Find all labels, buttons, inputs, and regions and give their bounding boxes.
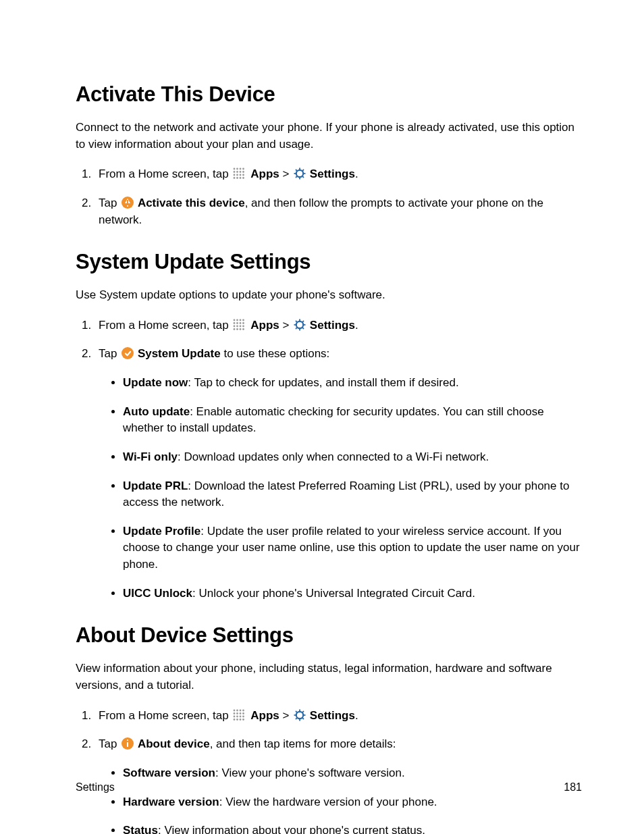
svg-point-3 (243, 168, 245, 170)
section-intro: Use System update options to update your… (76, 287, 582, 304)
svg-point-9 (237, 174, 239, 176)
svg-line-49 (302, 321, 304, 322)
svg-point-4 (234, 171, 236, 173)
svg-line-47 (302, 328, 304, 329)
separator: > (282, 319, 292, 332)
step-suffix: . (355, 167, 358, 180)
svg-point-61 (243, 715, 245, 717)
section-about-device-settings: About Device Settings View information a… (76, 621, 582, 834)
bullet-bold: Auto update (123, 405, 190, 418)
svg-point-37 (234, 328, 236, 330)
svg-point-55 (237, 712, 239, 714)
bullet-bold: Update now (123, 376, 188, 389)
activate-this-device-label: Activate this device (138, 197, 245, 209)
svg-point-2 (240, 168, 242, 170)
svg-point-15 (243, 177, 245, 179)
svg-point-56 (240, 712, 242, 714)
step-tap: Tap (99, 197, 120, 209)
svg-point-5 (237, 171, 239, 173)
svg-point-29 (234, 322, 236, 324)
list-item: Hardware version: View the hardware vers… (123, 794, 582, 811)
apps-label: Apps (250, 167, 279, 180)
step-item: From a Home screen, tap Apps > (95, 166, 582, 183)
svg-point-62 (234, 719, 236, 721)
svg-line-71 (296, 711, 297, 712)
separator: > (282, 709, 292, 722)
step-text: From a Home screen, tap (99, 319, 229, 332)
step-item: Tap Activate this device, and then follo… (95, 195, 582, 228)
svg-point-58 (234, 715, 236, 717)
bullets-list: Update now: Tap to check for updates, an… (99, 375, 582, 602)
bullet-text: : Unlock your phone's Universal Integrat… (192, 587, 475, 600)
svg-point-30 (237, 322, 239, 324)
svg-point-7 (243, 171, 245, 173)
svg-line-23 (296, 176, 297, 178)
bullet-text: : View your phone's software version. (215, 766, 405, 779)
update-check-icon (122, 347, 134, 359)
svg-point-12 (234, 177, 236, 179)
alert-exclamation-icon (122, 197, 134, 209)
step-item: From a Home screen, tap Apps > (95, 317, 582, 334)
list-item: Update Profile: Update the user profile … (123, 523, 582, 573)
svg-point-0 (234, 168, 236, 170)
bullet-text: : Tap to check for updates, and install … (188, 376, 458, 389)
apps-grid-icon (233, 709, 246, 721)
bullet-bold: Update PRL (123, 479, 188, 492)
section-intro: Connect to the network and activate your… (76, 120, 582, 153)
svg-point-41 (296, 321, 303, 328)
about-device-label: About device (138, 737, 210, 750)
footer-page-number: 181 (564, 779, 582, 795)
svg-point-54 (234, 712, 236, 714)
list-item: Update PRL: Download the latest Preferre… (123, 478, 582, 511)
step-text: From a Home screen, tap (99, 709, 229, 722)
svg-point-66 (296, 711, 303, 718)
svg-line-21 (296, 170, 297, 171)
svg-point-14 (240, 177, 242, 179)
page-footer: Settings 181 (76, 779, 582, 795)
settings-label: Settings (310, 319, 355, 332)
svg-point-36 (243, 325, 245, 327)
document-page: Activate This Device Connect to the netw… (0, 0, 644, 834)
settings-label: Settings (310, 709, 355, 722)
bullet-text: : View information about your phone's cu… (158, 824, 425, 834)
settings-label: Settings (310, 167, 355, 180)
svg-point-1 (237, 168, 239, 170)
svg-line-72 (302, 718, 304, 719)
svg-point-52 (240, 709, 242, 711)
svg-line-22 (302, 176, 304, 178)
info-icon (122, 737, 134, 750)
svg-point-57 (243, 712, 245, 714)
svg-point-25 (234, 319, 236, 321)
bullet-bold: UICC Unlock (123, 587, 192, 600)
list-item: Auto update: Enable automatic checking f… (123, 404, 582, 437)
svg-point-13 (237, 177, 239, 179)
system-update-label: System Update (138, 347, 221, 360)
bullet-bold: Hardware version (123, 796, 219, 808)
apps-label: Apps (250, 709, 279, 722)
section-intro: View information about your phone, inclu… (76, 660, 582, 694)
svg-line-74 (302, 711, 304, 712)
svg-point-8 (234, 174, 236, 176)
step-after: , and then tap items for more details: (210, 737, 396, 750)
svg-point-53 (243, 709, 245, 711)
svg-point-27 (240, 319, 242, 321)
svg-point-59 (237, 715, 239, 717)
apps-grid-icon (233, 167, 246, 180)
list-item: Update now: Tap to check for updates, an… (123, 375, 582, 392)
step-suffix: . (355, 319, 358, 332)
step-suffix: . (355, 709, 358, 722)
bullet-text: : Download the latest Preferred Roaming … (123, 479, 569, 509)
svg-point-11 (243, 174, 245, 176)
apps-grid-icon (233, 319, 246, 331)
svg-point-35 (240, 325, 242, 327)
svg-point-32 (243, 322, 245, 324)
bullets-list: Software version: View your phone's soft… (99, 765, 582, 834)
list-item: Status: View information about your phon… (123, 823, 582, 834)
svg-point-34 (237, 325, 239, 327)
svg-point-38 (237, 328, 239, 330)
list-item: UICC Unlock: Unlock your phone's Univers… (123, 585, 582, 602)
steps-list: From a Home screen, tap Apps > (76, 708, 582, 834)
svg-point-31 (240, 322, 242, 324)
section-heading: About Device Settings (76, 621, 582, 651)
svg-point-33 (234, 325, 236, 327)
